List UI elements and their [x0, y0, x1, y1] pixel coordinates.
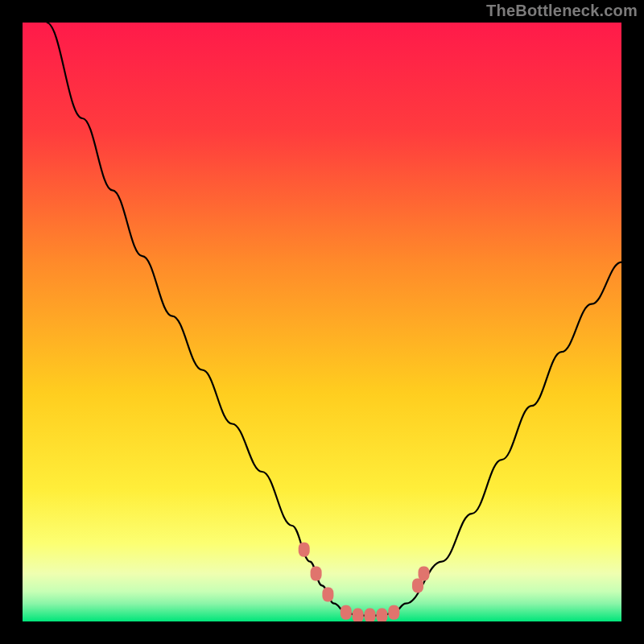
curve-marker: [365, 609, 376, 621]
chart-svg: [23, 23, 621, 621]
watermark-text: TheBottleneck.com: [486, 2, 638, 20]
gradient-background: [23, 23, 621, 621]
curve-marker: [299, 543, 310, 557]
curve-marker: [311, 567, 322, 581]
curve-marker: [322, 588, 333, 602]
bottleneck-chart: [23, 23, 621, 621]
curve-marker: [341, 605, 352, 620]
curve-marker: [419, 567, 430, 581]
curve-marker: [388, 605, 399, 620]
chart-frame: TheBottleneck.com: [0, 0, 644, 644]
curve-marker: [376, 609, 387, 621]
curve-marker: [353, 609, 364, 621]
